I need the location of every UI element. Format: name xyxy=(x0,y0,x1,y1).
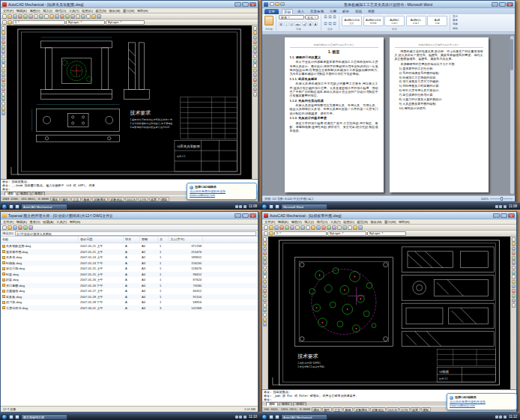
menu-item[interactable]: 文件(F) xyxy=(264,220,275,224)
layer-states-icon[interactable] xyxy=(269,231,273,236)
polygon-icon[interactable] xyxy=(263,256,267,261)
taskbar-clock[interactable]: 11:12 xyxy=(507,415,519,419)
ie-icon[interactable] xyxy=(9,204,13,209)
gradient-icon[interactable] xyxy=(1,97,6,101)
menu-item[interactable]: 工具(T) xyxy=(56,220,67,224)
views-icon[interactable] xyxy=(28,225,33,230)
polyline-icon[interactable] xyxy=(263,252,267,256)
menu-item[interactable]: 帮助(H) xyxy=(399,220,410,224)
array-icon[interactable] xyxy=(512,256,516,261)
file-row[interactable]: 钻套.dwg 2007-05-25 上午 A A4 1 98452 xyxy=(1,272,258,278)
restore-button[interactable]: ❐ xyxy=(499,2,506,7)
status-toggle-button[interactable]: 极轴 xyxy=(82,197,91,201)
insert-block-icon[interactable] xyxy=(1,78,6,82)
status-toggle-button[interactable]: 对象追踪 xyxy=(370,407,386,412)
break-icon[interactable] xyxy=(512,289,516,293)
arc-icon[interactable] xyxy=(263,266,267,270)
style-gallery-item[interactable]: AaBbCcDd正文 xyxy=(342,16,362,26)
properties-icon[interactable] xyxy=(348,225,352,230)
spline-icon[interactable] xyxy=(263,280,267,284)
paste-icon[interactable] xyxy=(306,225,310,230)
menu-item[interactable]: 格式(O) xyxy=(316,220,327,224)
polygon-icon[interactable] xyxy=(1,45,6,49)
volume-icon[interactable] xyxy=(495,416,498,419)
file-row[interactable]: 钻模板.dwg 2007-05-24 下午 A A3 1 156240 xyxy=(1,261,258,267)
layer-properties-icon[interactable] xyxy=(2,20,7,25)
column-header[interactable]: 图幅 xyxy=(140,237,158,243)
array-icon[interactable] xyxy=(253,45,258,49)
status-toggle-button[interactable]: 栅格 xyxy=(61,197,70,201)
status-toggle-button[interactable]: 捕捉 xyxy=(50,197,60,201)
hatch-icon[interactable] xyxy=(1,92,6,97)
save-icon[interactable] xyxy=(13,14,17,19)
redo-icon[interactable] xyxy=(321,225,326,230)
file-list[interactable]: 夹具装配总图.dwg 2007-05-21 上午 A A0 1 371768 泵… xyxy=(1,243,258,406)
point-icon[interactable] xyxy=(263,299,267,303)
rectangle-icon[interactable] xyxy=(1,49,6,54)
font-name-combo[interactable]: 宋体▾ xyxy=(279,15,304,19)
copy-icon[interactable] xyxy=(39,14,43,19)
chamfer-icon[interactable] xyxy=(253,83,258,88)
scale-icon[interactable] xyxy=(512,270,516,275)
format-button[interactable]: B xyxy=(279,22,283,26)
ribbon-tab[interactable]: 页面布局 xyxy=(309,9,325,14)
close-button[interactable]: ✕ xyxy=(508,213,515,218)
plot-icon[interactable] xyxy=(18,14,22,19)
stretch-icon[interactable] xyxy=(253,64,258,68)
gradient-icon[interactable] xyxy=(263,308,267,312)
pan-icon[interactable] xyxy=(327,225,331,230)
menu-item[interactable]: 帮助(H) xyxy=(137,9,148,13)
explode-icon[interactable] xyxy=(512,303,516,308)
ribbon-tab[interactable]: 引用 xyxy=(328,9,338,14)
menu-item[interactable]: 收藏(A) xyxy=(43,220,53,224)
menu-item[interactable]: 标注(N) xyxy=(95,9,106,13)
column-header[interactable]: 修改日期 xyxy=(79,237,124,243)
ie-icon[interactable] xyxy=(9,415,13,419)
ellipse-icon[interactable] xyxy=(1,73,6,78)
antivirus-icon[interactable] xyxy=(504,205,507,208)
fm-titlebar[interactable]: Toparsal 图文档管理大师 - [毕业设计图纸库(共12个DWG文件)] … xyxy=(1,212,258,219)
layer-states-icon[interactable] xyxy=(7,20,12,25)
menu-item[interactable]: 编辑(E) xyxy=(16,9,27,13)
restore-button[interactable]: ❐ xyxy=(242,213,249,218)
matchprop-icon[interactable] xyxy=(311,225,315,230)
vertical-scrollbar[interactable] xyxy=(510,36,514,194)
status-toggle-button[interactable]: 对象捕捉 xyxy=(92,197,108,201)
menu-item[interactable]: 绘图(D) xyxy=(343,220,354,224)
bullets-icon[interactable] xyxy=(324,15,327,19)
point-icon[interactable] xyxy=(1,88,6,92)
explorer-icon[interactable] xyxy=(15,204,19,209)
erase-icon[interactable] xyxy=(512,237,516,242)
status-toggle-button[interactable]: DYN xyxy=(138,197,148,201)
mirror-icon[interactable] xyxy=(253,36,258,40)
trim-icon[interactable] xyxy=(253,69,258,73)
rotate-icon[interactable] xyxy=(253,55,258,59)
format-button[interactable]: A xyxy=(308,22,312,26)
align-left-icon[interactable] xyxy=(324,22,327,25)
taskbar-clock[interactable]: 11:08 xyxy=(247,204,259,208)
save-icon[interactable] xyxy=(274,225,279,230)
file-row[interactable]: 泵体零件图.dwg 2007-05-21 上午 A A2 1 253476 xyxy=(1,249,258,255)
minimize-button[interactable]: _ xyxy=(235,213,241,218)
plot-icon[interactable] xyxy=(279,225,284,230)
volume-icon[interactable] xyxy=(235,205,238,208)
zoom-realtime-icon[interactable] xyxy=(332,225,336,230)
circle-icon[interactable] xyxy=(263,270,267,275)
save-icon[interactable] xyxy=(270,2,274,6)
start-button[interactable] xyxy=(1,204,7,210)
spline-icon[interactable] xyxy=(1,69,6,73)
menu-item[interactable]: 编辑(E) xyxy=(278,220,288,224)
ribbon-tab[interactable]: 邮件 xyxy=(341,9,351,14)
toolpalettes-icon[interactable] xyxy=(97,14,101,19)
style-gallery-item[interactable]: AaBbC标题 1 xyxy=(384,16,405,26)
notification-balloon[interactable]: 迅捷CAD编辑器 点击此处免费升级到专业版 www.cadbianji.com xyxy=(447,393,517,410)
taskbar-task-button[interactable]: AutoCAD Mechanical xyxy=(281,414,327,420)
zoom-window-icon[interactable] xyxy=(337,225,342,230)
status-toggle-button[interactable]: 线宽 xyxy=(411,407,420,412)
file-row[interactable]: 压紧螺母.dwg 2007-05-27 上午 A A4 1 84312 xyxy=(1,288,258,294)
format-button[interactable]: I xyxy=(284,22,288,26)
zoom-previous-icon[interactable] xyxy=(342,225,347,230)
redo-icon[interactable] xyxy=(60,14,64,19)
document-page-2[interactable]: 泵体机械加工工艺规程及钻孔夹具设计 随着机械工业的迅速发展,多品种、中小批量生产… xyxy=(390,37,489,192)
ribbon-tab[interactable]: 插入 xyxy=(296,9,306,14)
